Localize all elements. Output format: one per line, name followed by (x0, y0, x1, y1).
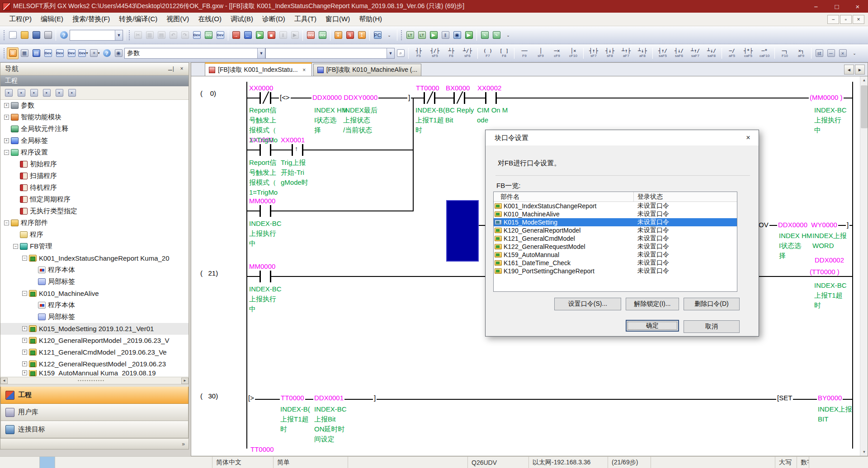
mdi-restore-icon[interactable]: ▫ (840, 15, 852, 24)
menu-item-6[interactable]: 调试(B) (226, 13, 258, 25)
tree-item-5[interactable]: 初始程序 (0, 159, 189, 170)
ladder-symbol-F10-button[interactable]: ─┐F10 (777, 46, 793, 61)
expand-icon[interactable]: + (4, 103, 9, 108)
tree-item-1[interactable]: +智能功能模块 (0, 112, 189, 123)
ladder-text[interactable]: ( 0) (200, 89, 216, 98)
fb-list-row-K001_IndexStatusChangeReport[interactable]: K001_IndexStatusChangeReport未设置口令 (494, 202, 737, 210)
menu-item-4[interactable]: 视图(V) (162, 13, 193, 25)
menu-item-2[interactable]: 搜索/替换(F) (68, 13, 114, 25)
device-label[interactable]: TT0000 (416, 84, 439, 92)
ladder-symbol-caF5-button[interactable]: ┤*├caF5 (740, 46, 756, 61)
fb-list-row-K161_DateTime_Check[interactable]: K161_DateTime_Check未设置口令 (494, 259, 737, 267)
ladder-text[interactable]: OV (758, 221, 769, 229)
expand-icon[interactable]: + (22, 326, 27, 331)
device-label[interactable]: XX0001 (281, 136, 305, 144)
module-configuration-button[interactable]: ▦ (19, 47, 30, 59)
tree-item-8[interactable]: 恒定周期程序 (0, 194, 189, 206)
quick-find-combo[interactable]: ▼ (70, 30, 123, 41)
ok-button[interactable]: 确定 (626, 320, 679, 332)
toolbar-grip[interactable] (401, 30, 403, 41)
new-project-button[interactable] (7, 29, 19, 41)
help-button[interactable]: ? (58, 29, 70, 41)
tree-item-14[interactable]: 程序本体 (0, 264, 189, 276)
ladder-logic-test-button[interactable]: LT (404, 29, 416, 41)
close-panel-icon[interactable]: × (178, 65, 186, 73)
ladder-contact-nc[interactable] (259, 92, 271, 104)
toolbar-grip[interactable] (128, 30, 131, 41)
mdi-close-icon[interactable]: × (853, 15, 864, 24)
dialog-close-icon[interactable]: × (738, 130, 759, 145)
open-project-button[interactable] (19, 29, 30, 41)
tree-item-13[interactable]: −K001_IndexStatusChangeReport Kuma_20 (0, 253, 189, 264)
paste-button[interactable]: ▤ (156, 29, 167, 41)
ladder-symbol-sF7-button[interactable]: ┤↑├sF7 (585, 46, 602, 61)
menu-item-0[interactable]: 工程(P) (5, 13, 36, 25)
device-label[interactable]: TT0000 (280, 394, 305, 402)
expand-icon[interactable]: + (22, 361, 27, 366)
read-from-plc-button[interactable]: ← (242, 29, 254, 41)
cancel-button[interactable]: 取消 (684, 320, 740, 333)
tree-item-19[interactable]: +K015_ModeSetting 2019.10.21_Ver01 (0, 323, 189, 335)
monitor-stop-button[interactable]: ■ (265, 29, 277, 41)
sort-filter-button[interactable]: ▪ (66, 87, 77, 98)
column-header-name[interactable]: 部件名 (494, 192, 634, 201)
device-memory-button[interactable]: Dev (203, 29, 214, 41)
device-label[interactable]: MM0000 (249, 197, 275, 205)
step-run-button[interactable]: ↧ (332, 29, 344, 41)
ladder-symbol-saF8-button[interactable]: ┴↓/saF8 (703, 46, 720, 61)
toolbar-overflow-icon[interactable]: ⌄ (502, 29, 514, 41)
device-list-button[interactable]: Dev (54, 47, 66, 59)
ladder-symbol-saF6-button[interactable]: ┤↓/saF6 (671, 46, 687, 61)
device-label[interactable]: XX0000 (249, 84, 273, 92)
fb-list-row-K121_GeneralCmdModel[interactable]: K121_GeneralCmdModel未设置口令 (494, 234, 737, 243)
fb-list-row-K122_GeneralRequestModel[interactable]: K122_GeneralRequestModel未设置口令 (494, 243, 737, 251)
undo-button[interactable]: ↶ (167, 29, 179, 41)
monitor-resume-button[interactable]: ▶ (289, 29, 301, 41)
device-search-icon-dropdown-icon[interactable]: ▾ (98, 51, 99, 55)
scroll-down-icon[interactable]: ▼ (860, 448, 868, 456)
browse-button[interactable]: ⌕ (395, 47, 406, 59)
document-tab-0[interactable]: [FB]读取 K001_IndexStatu...× (205, 62, 312, 76)
monitor-pause-button[interactable]: ‖ (277, 29, 289, 41)
pin-icon[interactable]: ⚊| (167, 65, 175, 73)
paste-button[interactable]: ▪ (28, 87, 39, 98)
device-label[interactable]: DDX0000 DDXY0000 (311, 94, 378, 102)
fb-list-row-K120_GeneralReportModel[interactable]: K120_GeneralReportModel未设置口令 (494, 226, 737, 234)
tree-item-11[interactable]: 程序 (0, 229, 189, 241)
simulation-start-button[interactable]: ▶ (428, 29, 439, 41)
ladder-symbol-F5-button[interactable]: ┤├F5 (410, 46, 427, 61)
nav-view-button-工程[interactable]: 工程 (0, 387, 189, 404)
ladder-symbol-sF8-button[interactable]: ┤↓├sF8 (602, 46, 618, 61)
ladder-contact-nc[interactable] (453, 92, 465, 104)
inline-statement-button[interactable]: st (813, 47, 825, 59)
find-string-combo[interactable]: ▼ (265, 48, 395, 59)
expand-icon[interactable]: + (4, 138, 9, 143)
device-label[interactable]: MM0000 (249, 262, 275, 271)
menu-item-9[interactable]: 窗口(W) (321, 13, 354, 25)
tree-item-23[interactable]: +K159_AutoMannual Kuma_2019.08.19 (0, 370, 189, 376)
quick-find-combo-dropdown-icon[interactable]: ▼ (115, 30, 123, 40)
column-header-status[interactable]: 登录状态 (634, 192, 737, 201)
navigation-overflow-strip[interactable]: » (0, 438, 189, 449)
simulation-pause-button[interactable]: ‖ (439, 29, 451, 41)
device-search-button[interactable]: ⌖▾ (89, 47, 101, 59)
ladder-symbol-aF5-button[interactable]: ─/aF5 (724, 46, 740, 61)
toolbar-overflow-icon[interactable]: ⌄ (383, 29, 395, 41)
device-display-icon-dropdown-icon[interactable]: ▾ (86, 51, 88, 55)
toolbar-grip[interactable] (3, 48, 5, 59)
expand-icon[interactable]: + (4, 115, 9, 120)
minimize-button[interactable]: − (806, 0, 826, 13)
find-target-combo[interactable]: 参数▼ (124, 48, 265, 59)
ladder-symbol-cF9-button[interactable]: ─×cF9 (549, 46, 565, 61)
unlock-button[interactable]: 解除锁定(I)... (626, 298, 679, 310)
find-target-combo-dropdown-icon[interactable]: ▼ (257, 48, 265, 58)
device-test-button[interactable]: Dev (316, 29, 328, 41)
menu-item-8[interactable]: 工具(T) (290, 13, 321, 25)
ladder-contact-no[interactable] (485, 92, 497, 104)
delete-password-button[interactable]: 删除口令(D) (684, 298, 740, 310)
ladder-symbol-aF9-button[interactable]: ×┐aF9 (793, 46, 809, 61)
ladder-symbol-saF5-button[interactable]: ┤↑/saF5 (655, 46, 671, 61)
redo-button[interactable]: ↷ (179, 29, 191, 41)
watch-button[interactable]: ◉ (451, 29, 463, 41)
device-label[interactable]: (MM0000 ) (809, 94, 844, 102)
